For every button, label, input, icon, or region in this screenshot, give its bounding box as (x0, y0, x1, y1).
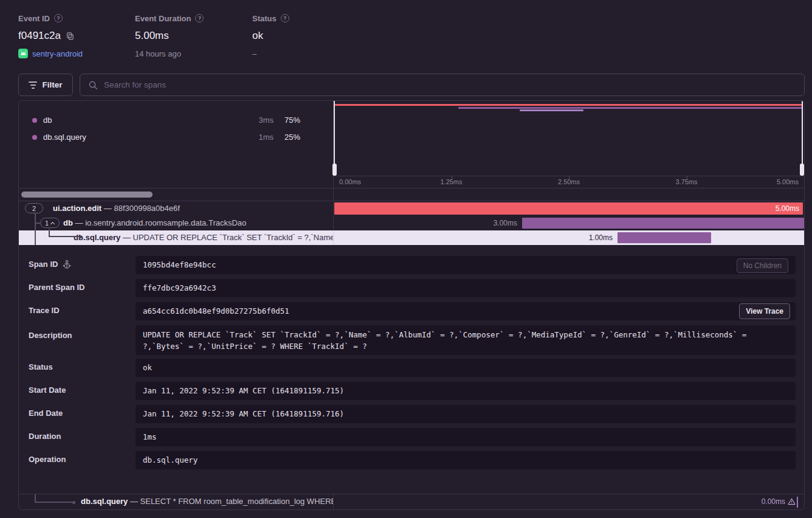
help-icon[interactable] (54, 14, 63, 22)
op-name: db (43, 116, 52, 125)
ops-breakdown-row[interactable]: db.sql.query 1ms 25% (19, 131, 333, 143)
trace-waterfall-panel: db 3ms 75% db.sql.query 1ms 25% (18, 100, 805, 510)
minimap-right-handle-grip[interactable] (800, 164, 804, 176)
span-op: db (63, 218, 73, 227)
span-duration-label: 3.00ms (494, 219, 517, 227)
field-value-trace-id: a654cc61dc0b48ef9d0b27275b6f0d51 (136, 302, 796, 320)
view-trace-button[interactable]: View Trace (739, 303, 790, 319)
minimap-axis: 0.00ms 1.25ms 2.50ms 3.75ms 5.00ms (334, 176, 804, 188)
field-label-operation: Operation (29, 455, 66, 464)
op-duration: 3ms (258, 116, 274, 125)
filter-button[interactable]: Filter (18, 74, 73, 96)
span-op: db.sql.query (81, 497, 128, 506)
field-label-duration: Duration (29, 432, 61, 441)
span-description: SELECT * FROM room_table_modification_lo… (140, 497, 334, 506)
axis-tick-label: 0.00ms (339, 178, 361, 185)
field-value-end-date: Jan 11, 2022 9:52:39 AM CET (1641891159.… (136, 405, 796, 423)
help-icon[interactable] (195, 14, 204, 22)
span-bar-ui-action-edit[interactable]: 5.00ms (334, 202, 803, 215)
no-children-button[interactable]: No Children (737, 258, 788, 273)
android-project-icon (18, 49, 28, 58)
axis-tick-label: 2.50ms (558, 178, 580, 185)
field-value-span-id: 1095bd4ef8e94bcc (136, 256, 796, 274)
op-percent: 75% (284, 116, 300, 125)
field-label-span-id: Span ID (29, 260, 71, 269)
minimap-chart[interactable] (334, 101, 804, 176)
op-duration: 1ms (258, 133, 274, 142)
field-value-duration: 1ms (136, 428, 796, 446)
span-op: ui.action.edit (53, 204, 102, 213)
span-description: io.sentry.android.roomsample.data.Tracks… (85, 218, 246, 227)
tree-node-dot (72, 501, 75, 504)
children-count-badge[interactable]: 2 (25, 203, 43, 213)
field-label-description: Description (29, 331, 72, 340)
event-duration-value: 5.00ms (135, 30, 169, 42)
search-icon (88, 80, 98, 90)
ops-breakdown-row[interactable]: db 3ms 75% (19, 114, 333, 126)
span-description: UPDATE OR REPLACE `Track` SET `TrackId` … (133, 233, 334, 242)
tree-branch-line (35, 223, 40, 224)
event-id-column: Event ID f0491c2a sentry-android (18, 13, 83, 59)
event-duration-label: Event Duration (135, 14, 191, 23)
field-label-status: Status (29, 362, 53, 371)
filter-button-label: Filter (42, 80, 62, 89)
span-duration-label: 1.00ms (589, 233, 613, 242)
field-value-parent-span-id: ffe7dbc92a6942c3 (136, 279, 796, 297)
op-name: db.sql.query (43, 133, 86, 142)
ops-breakdown: db 3ms 75% db.sql.query 1ms 25% (19, 101, 334, 188)
axis-tick-label: 1.25ms (440, 178, 462, 185)
axis-tick-label: 3.75ms (675, 178, 697, 185)
span-duration-label: 5.00ms (776, 204, 799, 213)
span-tree: 2 ui.action.edit — 88f300998a0b4e6f 5.00… (19, 201, 804, 244)
separator: — (104, 204, 112, 213)
minimap-span-ui-action-edit (335, 104, 803, 106)
anchor-icon[interactable] (63, 260, 71, 269)
field-label-start-date: Start Date (29, 385, 66, 395)
span-detail-screen: Event ID f0491c2a sentry-android Event (0, 0, 812, 518)
span-bar-zero-duration (797, 497, 798, 508)
status-label: Status (252, 14, 277, 23)
overview-section: db 3ms 75% db.sql.query 1ms 25% (19, 101, 804, 188)
tree-node-dot (79, 235, 82, 238)
field-value-description: UPDATE OR REPLACE `Track` SET `TrackId` … (136, 325, 796, 355)
project-link[interactable]: sentry-android (32, 49, 83, 58)
tree-scrollbar-strip (19, 188, 804, 201)
op-percent: 25% (284, 133, 300, 142)
op-color-dot (32, 118, 37, 123)
span-search-bar[interactable] (80, 74, 805, 96)
separator: — (123, 233, 131, 242)
minimap-span-db (458, 107, 803, 109)
trace-minimap[interactable]: 0.00ms 1.25ms 2.50ms 3.75ms 5.00ms (334, 101, 804, 188)
horizontal-scrollbar-thumb[interactable] (21, 192, 153, 198)
op-color-dot (32, 135, 37, 140)
span-row-db-sql-query-select[interactable]: db.sql.query — SELECT * FROM room_table_… (19, 494, 804, 510)
field-value-operation: db.sql.query (136, 451, 796, 469)
span-duration-label: 0.00ms (762, 497, 785, 506)
status-subtext: – (252, 49, 256, 58)
span-bar-db[interactable] (522, 218, 804, 229)
field-label-end-date: End Date (29, 409, 63, 418)
status-column: Status ok – (252, 13, 289, 59)
field-value-status: ok (136, 359, 796, 377)
span-bar-db-sql-query[interactable] (618, 232, 711, 243)
minimap-span-db-sql-query (520, 109, 583, 111)
minimap-left-handle-grip[interactable] (332, 164, 337, 176)
span-row-db[interactable]: 1 db — io.sentry.android.roomsample.data… (19, 216, 804, 230)
span-row-ui-action-edit[interactable]: 2 ui.action.edit — 88f300998a0b4e6f 5.00… (19, 201, 804, 216)
status-value: ok (252, 30, 263, 42)
field-label-parent-span-id: Parent Span ID (29, 283, 84, 292)
event-id-value: f0491c2a (18, 30, 61, 42)
expand-collapse-badge[interactable]: 1 (40, 218, 60, 228)
field-value-start-date: Jan 11, 2022 9:52:39 AM CET (1641891159.… (136, 382, 796, 400)
separator: — (130, 497, 138, 506)
event-age: 14 hours ago (135, 49, 181, 58)
event-duration-column: Event Duration 5.00ms 14 hours ago (135, 13, 204, 59)
tree-elbow-line (49, 236, 79, 237)
span-row-db-sql-query-selected[interactable]: db.sql.query — UPDATE OR REPLACE `Track`… (19, 230, 804, 245)
event-id-label: Event ID (18, 14, 50, 23)
search-input[interactable] (104, 80, 796, 89)
separator: — (75, 218, 83, 227)
warning-icon (788, 498, 796, 505)
copy-icon[interactable] (66, 32, 75, 41)
help-icon[interactable] (281, 14, 289, 22)
